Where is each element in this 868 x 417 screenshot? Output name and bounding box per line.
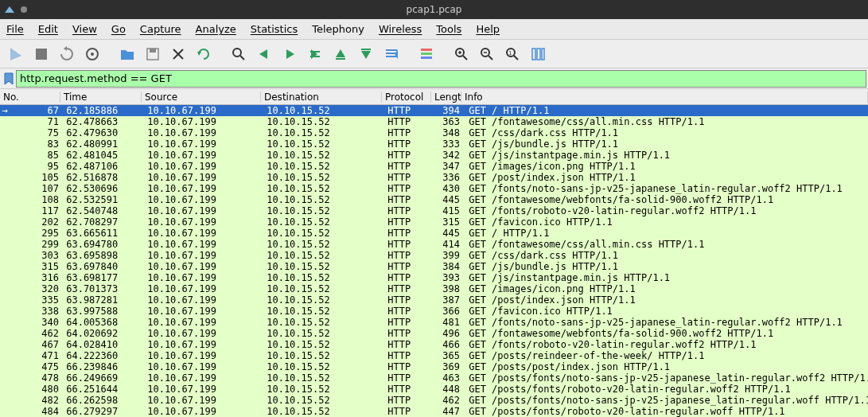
- stop-capture-button[interactable]: [30, 43, 53, 65]
- menu-help[interactable]: Help: [476, 23, 500, 35]
- packet-row[interactable]: 482 66.262598 10.10.67.199 10.10.15.52 H…: [0, 395, 868, 406]
- cell-source: 10.10.67.199: [142, 105, 261, 116]
- col-header-source[interactable]: Source: [142, 92, 261, 103]
- cell-length: 445: [431, 228, 461, 239]
- resize-columns-button[interactable]: [527, 43, 549, 65]
- packet-row[interactable]: 338 63.997588 10.10.67.199 10.10.15.52 H…: [0, 306, 868, 317]
- zoom-out-button[interactable]: [476, 43, 498, 65]
- cell-protocol: HTTP: [382, 384, 431, 395]
- menu-file[interactable]: File: [6, 23, 24, 35]
- cell-info: GET /posts/fonts/roboto-v20-latin-regula…: [461, 384, 868, 395]
- go-forward-button[interactable]: [278, 43, 301, 65]
- packet-row[interactable]: 478 66.249669 10.10.67.199 10.10.15.52 H…: [0, 372, 868, 384]
- start-capture-button[interactable]: [5, 43, 27, 65]
- col-header-time[interactable]: Time: [60, 92, 142, 103]
- cell-length: 445: [431, 194, 461, 205]
- display-filter-input[interactable]: [16, 70, 866, 88]
- packet-row[interactable]: 117 62.540748 10.10.67.199 10.10.15.52 H…: [0, 205, 868, 216]
- cell-source: 10.10.67.199: [142, 127, 261, 138]
- col-header-destination[interactable]: Destination: [261, 92, 382, 103]
- packet-row[interactable]: 105 62.516878 10.10.67.199 10.10.15.52 H…: [0, 172, 868, 183]
- restart-capture-button[interactable]: [56, 43, 78, 65]
- zoom-in-button[interactable]: [450, 43, 473, 65]
- menu-view[interactable]: View: [72, 23, 97, 35]
- goto-first-button[interactable]: [329, 43, 352, 65]
- svg-rect-38: [532, 49, 535, 60]
- packet-row[interactable]: 299 63.694780 10.10.67.199 10.10.15.52 H…: [0, 239, 868, 250]
- packet-row[interactable]: 71 62.478663 10.10.67.199 10.10.15.52 HT…: [0, 116, 868, 127]
- packet-row[interactable]: 467 64.028410 10.10.67.199 10.10.15.52 H…: [0, 339, 868, 350]
- cell-info: GET /posts/post/index.json HTTP/1.1: [461, 361, 868, 372]
- packet-row[interactable]: 480 66.251644 10.10.67.199 10.10.15.52 H…: [0, 384, 868, 395]
- col-header-length[interactable]: Length: [431, 92, 461, 103]
- cell-length: 393: [431, 272, 461, 283]
- packet-row[interactable]: 295 63.665611 10.10.67.199 10.10.15.52 H…: [0, 228, 868, 239]
- cell-length: 315: [431, 216, 461, 228]
- packet-row[interactable]: 85 62.481045 10.10.67.199 10.10.15.52 HT…: [0, 150, 868, 161]
- capture-options-button[interactable]: [81, 43, 103, 65]
- find-packet-button[interactable]: [228, 43, 250, 65]
- zoom-reset-button[interactable]: 1: [501, 43, 524, 65]
- go-back-button[interactable]: [253, 43, 275, 65]
- goto-last-button[interactable]: [355, 43, 377, 65]
- packet-row[interactable]: 316 63.698177 10.10.67.199 10.10.15.52 H…: [0, 272, 868, 283]
- cell-no: 202: [10, 216, 60, 228]
- packet-row[interactable]: 471 64.222360 10.10.67.199 10.10.15.52 H…: [0, 350, 868, 361]
- cell-no: 303: [10, 250, 60, 261]
- menu-wireless[interactable]: Wireless: [379, 23, 422, 35]
- cell-info: GET /posts/fonts/noto-sans-jp-v25-japane…: [461, 395, 868, 406]
- cell-destination: 10.10.15.52: [261, 228, 382, 239]
- packet-row[interactable]: 202 62.708297 10.10.67.199 10.10.15.52 H…: [0, 216, 868, 228]
- cell-protocol: HTTP: [382, 350, 431, 361]
- save-file-button[interactable]: [142, 43, 164, 65]
- packet-row[interactable]: 340 64.005368 10.10.67.199 10.10.15.52 H…: [0, 317, 868, 328]
- packet-row[interactable]: 107 62.530696 10.10.67.199 10.10.15.52 H…: [0, 183, 868, 194]
- packet-row[interactable]: 315 63.697840 10.10.67.199 10.10.15.52 H…: [0, 261, 868, 272]
- svg-point-10: [233, 49, 241, 57]
- close-file-button[interactable]: [167, 43, 189, 65]
- window-control-icon[interactable]: [21, 6, 27, 13]
- menu-tools[interactable]: Tools: [436, 23, 461, 35]
- cell-no: 315: [10, 261, 60, 272]
- svg-marker-19: [361, 51, 371, 59]
- packet-row[interactable]: 320 63.701373 10.10.67.199 10.10.15.52 H…: [0, 283, 868, 294]
- svg-rect-23: [386, 56, 397, 57]
- cell-protocol: HTTP: [382, 406, 431, 417]
- cell-time: 66.251644: [60, 384, 142, 395]
- cell-length: 387: [431, 294, 461, 306]
- packet-list-header[interactable]: No. Time Source Destination Protocol Len…: [0, 89, 868, 105]
- col-header-no[interactable]: No.: [0, 92, 60, 103]
- colorize-button[interactable]: [415, 43, 438, 65]
- cell-protocol: HTTP: [382, 250, 431, 261]
- packet-row[interactable]: 83 62.480991 10.10.67.199 10.10.15.52 HT…: [0, 138, 868, 150]
- auto-scroll-button[interactable]: [380, 43, 403, 65]
- cell-destination: 10.10.15.52: [261, 116, 382, 127]
- menu-capture[interactable]: Capture: [140, 23, 181, 35]
- svg-rect-26: [421, 53, 432, 55]
- col-header-protocol[interactable]: Protocol: [382, 92, 431, 103]
- reload-file-button[interactable]: [193, 43, 215, 65]
- menu-telephony[interactable]: Telephony: [312, 23, 364, 35]
- cell-source: 10.10.67.199: [142, 350, 261, 361]
- packet-row[interactable]: 75 62.479630 10.10.67.199 10.10.15.52 HT…: [0, 127, 868, 138]
- cell-destination: 10.10.15.52: [261, 250, 382, 261]
- packet-row[interactable]: 484 66.279297 10.10.67.199 10.10.15.52 H…: [0, 406, 868, 417]
- packet-list-pane[interactable]: No. Time Source Destination Protocol Len…: [0, 89, 868, 417]
- col-header-info[interactable]: Info: [461, 92, 868, 103]
- open-file-button[interactable]: [116, 43, 138, 65]
- menu-statistics[interactable]: Statistics: [251, 23, 298, 35]
- packet-row[interactable]: 95 62.487106 10.10.67.199 10.10.15.52 HT…: [0, 161, 868, 172]
- packet-row[interactable]: →67 62.185886 10.10.67.199 10.10.15.52 H…: [0, 105, 868, 116]
- packet-row[interactable]: 108 62.532591 10.10.67.199 10.10.15.52 H…: [0, 194, 868, 205]
- packet-row[interactable]: 303 63.695898 10.10.67.199 10.10.15.52 H…: [0, 250, 868, 261]
- filter-bookmark-icon[interactable]: [2, 70, 16, 88]
- packet-row[interactable]: 335 63.987281 10.10.67.199 10.10.15.52 H…: [0, 294, 868, 306]
- packet-row[interactable]: 475 66.239846 10.10.67.199 10.10.15.52 H…: [0, 361, 868, 372]
- cell-info: GET /fonts/roboto-v20-latin-regular.woff…: [461, 205, 868, 216]
- menu-edit[interactable]: Edit: [38, 23, 58, 35]
- menu-go[interactable]: Go: [111, 23, 126, 35]
- cell-source: 10.10.67.199: [142, 395, 261, 406]
- goto-packet-button[interactable]: [304, 43, 326, 65]
- menu-analyze[interactable]: Analyze: [196, 23, 236, 35]
- packet-row[interactable]: 462 64.020692 10.10.67.199 10.10.15.52 H…: [0, 328, 868, 339]
